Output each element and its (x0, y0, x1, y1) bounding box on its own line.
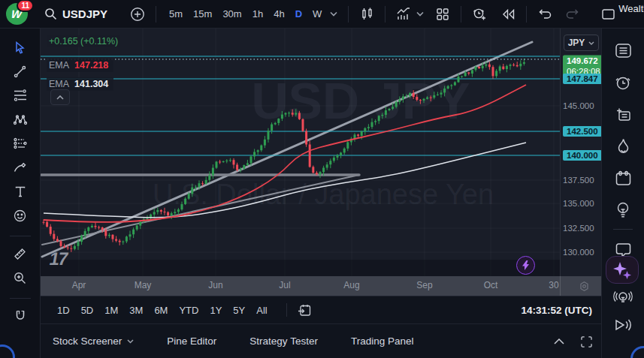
time-axis-label: May (135, 280, 152, 290)
brush-tool[interactable] (8, 158, 32, 177)
calendar-icon[interactable] (612, 167, 634, 189)
ai-assistant-button[interactable] (606, 256, 639, 284)
range-button-5Y[interactable]: 5Y (233, 305, 245, 316)
price-tick: 137.500 (563, 176, 594, 185)
chart-area: USD JPYU.S. Dollar / Japanese Yen +0.165… (41, 29, 601, 358)
range-button-3M[interactable]: 3M (129, 305, 143, 316)
timeframe-4h[interactable]: 4h (268, 0, 289, 29)
time-axis[interactable]: AprMayJunJulAugSepOct30 (41, 276, 601, 296)
redo-icon[interactable] (561, 4, 582, 25)
trend-line-tool[interactable] (8, 62, 32, 81)
symbol-search-button[interactable]: USDJPY (62, 8, 107, 20)
account-menu[interactable]: Wealthy E Save (618, 4, 644, 25)
price-tick: 147.847 (563, 74, 601, 84)
time-axis-label: Jul (279, 280, 290, 290)
ema-value: 147.218 (74, 60, 108, 71)
panel-controls (550, 324, 595, 358)
tab-pine-editor[interactable]: Pine Editor (167, 335, 216, 347)
collapse-legend-button[interactable] (50, 89, 70, 105)
timeframe-menu-chevron-icon[interactable] (327, 4, 340, 25)
range-button-6M[interactable]: 6M (154, 305, 168, 316)
chart-canvas[interactable]: USD JPYU.S. Dollar / Japanese Yen +0.165… (41, 29, 601, 276)
streams-icon[interactable] (612, 314, 634, 336)
ema-label: EMA (49, 60, 69, 71)
toolbar-divider (10, 236, 31, 236)
range-button-5D[interactable]: 5D (81, 305, 94, 316)
price-tick: 145.000 (563, 101, 594, 110)
price-tick: 132.500 (563, 224, 594, 233)
range-button-1D[interactable]: 1D (57, 305, 70, 316)
timeframe-5m[interactable]: 5m (164, 0, 188, 29)
axis-settings-gear-icon[interactable] (576, 278, 592, 293)
text-tool[interactable] (8, 182, 32, 201)
search-icon[interactable] (40, 4, 61, 25)
watchlist-icon[interactable] (612, 39, 634, 62)
time-axis-label: Aug (343, 280, 359, 290)
notification-badge: 11 (17, 0, 34, 12)
range-button-1Y[interactable]: 1Y (210, 305, 222, 316)
ema-legend-row[interactable]: EMA 147.218 (47, 59, 113, 72)
currency-dropdown[interactable]: JPY (564, 35, 599, 51)
zoom-tool[interactable] (8, 268, 32, 287)
expand-panel-chevron-icon[interactable] (550, 332, 568, 350)
fib-retracement-tool[interactable] (8, 86, 32, 105)
range-button-group: 1D5D1M3M6MYTD1Y5YAll (57, 305, 279, 316)
undo-icon[interactable] (534, 4, 555, 25)
bar-replay-icon[interactable] (497, 4, 519, 25)
range-button-YTD[interactable]: YTD (179, 305, 198, 316)
alerts-icon[interactable] (612, 71, 634, 94)
timeframe-15m[interactable]: 15m (188, 0, 217, 29)
trading-platform-window: { "header": { "badge": "11", "symbol": "… (0, 0, 644, 358)
broker-logo[interactable]: W 11 (6, 3, 28, 25)
prediction-tool[interactable] (8, 134, 32, 153)
range-button-All[interactable]: All (256, 305, 267, 316)
hotlists-icon[interactable] (612, 135, 634, 158)
ideas-icon[interactable] (612, 199, 634, 221)
price-change: +0.165 (+0.11%) (47, 35, 120, 47)
create-alert-icon[interactable] (469, 4, 490, 25)
tab-stock-screener[interactable]: Stock Screener (53, 335, 134, 347)
save-link[interactable]: Save (618, 15, 644, 25)
range-button-1M[interactable]: 1M (104, 305, 118, 316)
time-axis-label: Jun (208, 280, 222, 290)
ema-value: 141.304 (74, 79, 108, 89)
bottom-panel-tabs: Stock ScreenerPine EditorStrategy Tester… (41, 323, 601, 358)
layout-grid-icon[interactable] (432, 4, 453, 25)
ema-label: EMA (49, 79, 69, 89)
account-name: Wealthy E (618, 4, 644, 15)
save-layout-icon[interactable] (597, 4, 618, 25)
clock-utc[interactable]: 14:31:52 (UTC) (521, 305, 592, 316)
indicators-icon[interactable] (393, 4, 414, 25)
live-ideas-icon[interactable] (612, 287, 634, 309)
timeframe-D[interactable]: D (290, 0, 307, 29)
price-tick: 130.000 (563, 248, 594, 257)
price-axis[interactable]: JPY 149.67206:28:08147.847145.000142.500… (560, 29, 601, 276)
price-tick: 135.000 (563, 199, 594, 208)
timeframe-W[interactable]: W (307, 0, 327, 29)
price-tick: 140.000 (563, 150, 601, 161)
axis-divider (560, 276, 561, 296)
maximize-panel-icon[interactable] (577, 332, 595, 350)
timeframe-1h[interactable]: 1h (247, 0, 268, 29)
lightning-button[interactable] (516, 256, 535, 275)
measure-tool[interactable] (8, 244, 32, 263)
sidebar-divider (613, 229, 633, 230)
tab-strategy-tester[interactable]: Strategy Tester (249, 335, 318, 347)
news-icon[interactable] (612, 103, 634, 125)
time-axis-label: Sep (416, 280, 432, 290)
tab-trading-panel[interactable]: Trading Panel (351, 335, 414, 347)
magnet-tool[interactable] (8, 306, 32, 326)
add-symbol-icon[interactable] (127, 4, 148, 25)
top-toolbar: W 11 USDJPY 5m15m30m1h4hDW Wealthy (0, 0, 644, 29)
svg-text:USD JPY: USD JPY (252, 72, 470, 129)
chart-type-icon[interactable] (356, 4, 377, 25)
cursor-tool[interactable] (8, 38, 32, 57)
time-axis-label: 30 (549, 280, 558, 290)
tradingview-logo-watermark[interactable]: 17 (48, 248, 69, 269)
indicators-chevron-icon[interactable] (414, 4, 426, 25)
emoji-tool[interactable] (8, 206, 32, 225)
time-axis-label: Oct (484, 280, 498, 290)
go-to-date-icon[interactable] (295, 301, 314, 319)
pattern-tool[interactable] (8, 110, 32, 129)
timeframe-30m[interactable]: 30m (217, 0, 246, 29)
